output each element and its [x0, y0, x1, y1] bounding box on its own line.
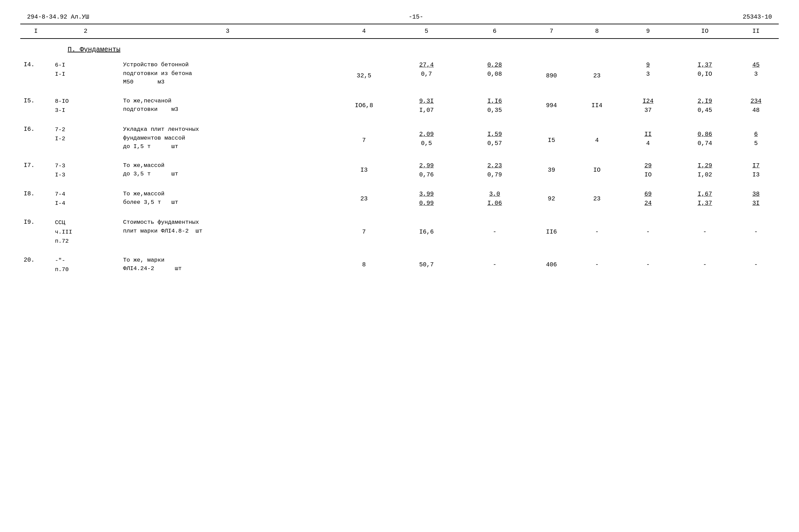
table-row: I9. ССЦч.IIIп.72 Стоимость фундаментныхп… [20, 215, 779, 248]
col-header-9: 9 [620, 24, 676, 39]
row-col11: I7 I3 [733, 158, 779, 182]
spacer-row [20, 248, 779, 253]
row-id: I8. [20, 187, 51, 210]
row-col9: - [620, 253, 676, 276]
row-col6: I,I6 0,35 [461, 94, 529, 117]
row-col11: 6 5 [733, 122, 779, 153]
row-col7: 890 [529, 58, 574, 89]
row-col10: I,29 I,02 [676, 158, 733, 182]
row-col5: 2,09 0,5 [392, 122, 461, 153]
row-col5: 50,7 [392, 253, 461, 276]
spacer-row [20, 182, 779, 187]
col-header-5: 5 [392, 24, 461, 39]
row-col8: 23 [574, 187, 619, 210]
row-col4: I3 [335, 158, 392, 182]
row-col8: II4 [574, 94, 619, 117]
row-id: I6. [20, 122, 51, 153]
row-col9: II 4 [620, 122, 676, 153]
row-col6: 2,23 0,79 [461, 158, 529, 182]
row-col11: 38 3I [733, 187, 779, 210]
row-col9: 9 3 [620, 58, 676, 89]
row-col11: - [733, 215, 779, 248]
row-col9: 29 IO [620, 158, 676, 182]
column-headers: I 2 3 4 5 6 7 8 9 IO II [20, 24, 779, 39]
spacer-row [20, 210, 779, 215]
row-description: То же,массойболее 3,5 т шт [120, 187, 335, 210]
row-description: То же, маркиФЛI4.24-2 шт [120, 253, 335, 276]
row-id: I4. [20, 58, 51, 89]
row-col6: I,59 0,57 [461, 122, 529, 153]
row-description: Стоимость фундаментныхплит марки ФЛI4.8-… [120, 215, 335, 248]
col-header-3: 3 [120, 24, 335, 39]
table-row: I7. 7-3I-3 То же,массойдо 3,5 т шт I3 2,… [20, 158, 779, 182]
row-col4: 8 [335, 253, 392, 276]
row-col10: - [676, 253, 733, 276]
row-id: 20. [20, 253, 51, 276]
row-col4: 7 [335, 122, 392, 153]
spacer-row [20, 153, 779, 158]
row-col5: 3,99 0,99 [392, 187, 461, 210]
row-col9: 69 24 [620, 187, 676, 210]
row-col11: - [733, 253, 779, 276]
row-col8: 23 [574, 58, 619, 89]
row-description: Укладка плит ленточныхфундаментов массой… [120, 122, 335, 153]
row-code: 8-IO3-I [51, 94, 120, 117]
row-code: 7-3I-3 [51, 158, 120, 182]
row-col11: 45 3 [733, 58, 779, 89]
header-center: -15- [409, 14, 423, 20]
spacer-row [20, 276, 779, 286]
row-col10: I,67 I,37 [676, 187, 733, 210]
row-col8: 4 [574, 122, 619, 153]
row-col10: 2,I9 0,45 [676, 94, 733, 117]
table-row: I5. 8-IO3-I То же,песчанойподготовки м3 … [20, 94, 779, 117]
col-header-8: 8 [574, 24, 619, 39]
section-title: П. Фундаменты [68, 45, 120, 53]
row-col5: 2,99 0,76 [392, 158, 461, 182]
header-right: 25343-10 [743, 14, 772, 20]
spacer-row [20, 117, 779, 122]
row-col5: 9,3I I,07 [392, 94, 461, 117]
row-id: I9. [20, 215, 51, 248]
row-description: Устройство бетоннойподготовки из бетонаМ… [120, 58, 335, 89]
col-header-6: 6 [461, 24, 529, 39]
row-col7: 92 [529, 187, 574, 210]
header-left: 294-8-34.92 Ал.УШ [27, 14, 89, 20]
row-col7: II6 [529, 215, 574, 248]
row-col11: 234 48 [733, 94, 779, 117]
row-code: ССЦч.IIIп.72 [51, 215, 120, 248]
table-row: 20. -"-п.70 То же, маркиФЛI4.24-2 шт 8 5… [20, 253, 779, 276]
row-col7: 994 [529, 94, 574, 117]
row-id: I7. [20, 158, 51, 182]
row-code: 6-II-I [51, 58, 120, 89]
col-header-7: 7 [529, 24, 574, 39]
row-col4: 7 [335, 215, 392, 248]
col-header-10: IO [676, 24, 733, 39]
row-col8: - [574, 215, 619, 248]
col-header-1: I [20, 24, 51, 39]
row-col8: IO [574, 158, 619, 182]
row-col4: 23 [335, 187, 392, 210]
row-col6: - [461, 215, 529, 248]
page-header: 294-8-34.92 Ал.УШ -15- 25343-10 [20, 14, 779, 20]
table-row: I8. 7-4I-4 То же,массойболее 3,5 т шт 23… [20, 187, 779, 210]
row-col10: - [676, 215, 733, 248]
main-table: I 2 3 4 5 6 7 8 9 IO II П. Фундаменты I4… [20, 24, 779, 286]
row-col6: 3,0 I,06 [461, 187, 529, 210]
row-col4: 32,5 [335, 58, 392, 89]
row-col9: I24 37 [620, 94, 676, 117]
col-header-4: 4 [335, 24, 392, 39]
section-header-row: П. Фундаменты [20, 39, 779, 58]
row-col6: - [461, 253, 529, 276]
row-col7: 39 [529, 158, 574, 182]
row-code: -"-п.70 [51, 253, 120, 276]
col-header-2: 2 [51, 24, 120, 39]
row-col7: I5 [529, 122, 574, 153]
row-col4: IO6,8 [335, 94, 392, 117]
table-row: I6. 7-2I-2 Укладка плит ленточныхфундаме… [20, 122, 779, 153]
row-col6: 0,28 0,08 [461, 58, 529, 89]
row-col10: 0,86 0,74 [676, 122, 733, 153]
row-col7: 406 [529, 253, 574, 276]
row-col5: 27,4 0,7 [392, 58, 461, 89]
row-col8: - [574, 253, 619, 276]
row-code: 7-2I-2 [51, 122, 120, 153]
